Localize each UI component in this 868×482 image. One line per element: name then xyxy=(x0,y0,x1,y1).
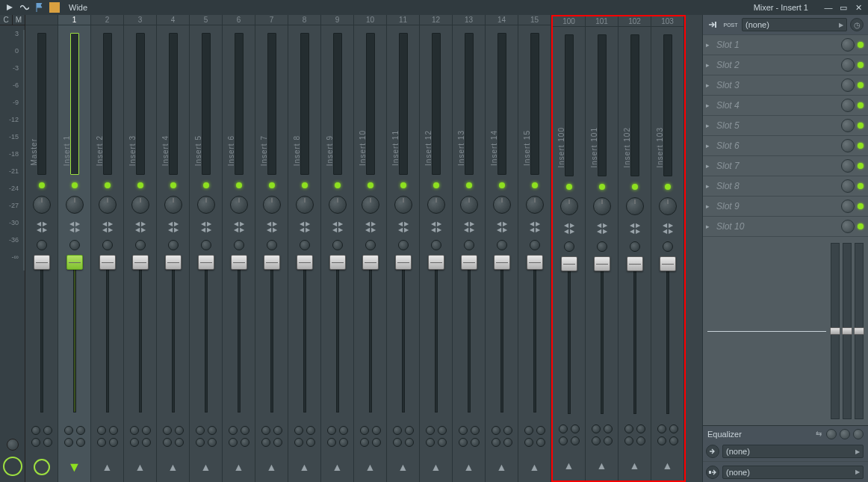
mixer-track[interactable]: 4Insert 4◀▶◀▶▲ xyxy=(157,15,190,482)
mixer-track[interactable]: 5Insert 5◀▶◀▶▲ xyxy=(190,15,223,482)
mute-led[interactable] xyxy=(236,182,242,188)
fx-enable-led[interactable] xyxy=(858,42,864,48)
fader-cap[interactable] xyxy=(428,255,444,270)
fx-enable[interactable] xyxy=(524,426,533,435)
fader-cap[interactable] xyxy=(561,256,577,271)
dock-right[interactable] xyxy=(438,438,447,447)
dock-right[interactable] xyxy=(273,438,282,447)
swap-channels[interactable] xyxy=(69,240,80,250)
mute-led[interactable] xyxy=(632,184,638,190)
record-arm[interactable] xyxy=(43,426,52,435)
pan-knob[interactable] xyxy=(329,196,347,214)
pan-knob[interactable] xyxy=(362,196,379,214)
dock-left[interactable] xyxy=(163,438,172,447)
input-clock-icon[interactable]: ◷ xyxy=(850,18,864,31)
record-arm[interactable] xyxy=(273,426,282,435)
wave-icon[interactable] xyxy=(19,2,30,13)
master-track-btn[interactable]: M xyxy=(13,15,25,25)
pan-knob[interactable] xyxy=(626,197,644,215)
fx-mix-knob[interactable] xyxy=(841,179,855,193)
mute-led[interactable] xyxy=(368,182,373,188)
send-indicator[interactable]: ▲ xyxy=(651,451,683,481)
dock-right[interactable] xyxy=(405,438,414,447)
dock-right[interactable] xyxy=(503,438,512,447)
fx-enable[interactable] xyxy=(31,426,40,435)
volume-fader[interactable] xyxy=(369,256,372,413)
record-arm[interactable] xyxy=(175,426,184,435)
mixer-track[interactable]: 8Insert 8◀▶◀▶▲ xyxy=(288,15,321,482)
fx-enable[interactable] xyxy=(360,426,369,435)
fader-cap[interactable] xyxy=(494,255,510,270)
fx-enable[interactable] xyxy=(426,426,435,435)
fader-cap[interactable] xyxy=(395,255,412,270)
volume-fader[interactable] xyxy=(633,257,636,414)
fx-enable-led[interactable] xyxy=(858,183,864,189)
swap-channels[interactable] xyxy=(630,241,640,252)
mixer-track[interactable]: Master◀▶◀▶ xyxy=(25,15,58,482)
volume-fader[interactable] xyxy=(303,256,306,413)
fx-enable[interactable] xyxy=(261,426,270,435)
pan-knob[interactable] xyxy=(593,197,611,215)
fx-mix-knob[interactable] xyxy=(841,200,855,213)
volume-fader[interactable] xyxy=(666,257,669,414)
dock-left[interactable] xyxy=(196,438,205,447)
swap-channels[interactable] xyxy=(201,240,211,250)
fx-enable-led[interactable] xyxy=(858,163,864,169)
flag-icon[interactable] xyxy=(34,2,45,13)
mixer-track[interactable]: 3Insert 3◀▶◀▶▲ xyxy=(124,15,157,482)
fader-cap[interactable] xyxy=(329,255,346,270)
maximize-button[interactable]: ▭ xyxy=(838,2,849,13)
mute-led[interactable] xyxy=(269,182,275,188)
send-indicator[interactable]: ▲ xyxy=(518,452,551,482)
volume-fader[interactable] xyxy=(205,256,208,413)
mute-led[interactable] xyxy=(566,184,572,190)
eq-band-high[interactable] xyxy=(855,243,864,419)
send-indicator[interactable]: ▲ xyxy=(91,452,123,482)
stereo-sep-control[interactable]: ◀▶◀▶ xyxy=(553,218,585,239)
dock-left[interactable] xyxy=(624,436,633,445)
eq-knob-2[interactable] xyxy=(840,429,850,439)
fx-enable-led[interactable] xyxy=(858,123,864,129)
swap-channels[interactable] xyxy=(663,241,673,252)
volume-fader[interactable] xyxy=(106,256,109,413)
output-icon-2[interactable] xyxy=(706,466,719,479)
mixer-track[interactable]: 13Insert 13◀▶◀▶▲ xyxy=(453,15,486,482)
dock-left[interactable] xyxy=(64,438,73,447)
swap-channels[interactable] xyxy=(497,240,507,250)
mute-led[interactable] xyxy=(400,182,406,188)
mute-led[interactable] xyxy=(499,182,505,188)
dock-right[interactable] xyxy=(669,436,678,445)
play-icon[interactable] xyxy=(4,2,15,13)
volume-fader[interactable] xyxy=(601,257,604,414)
swap-channels[interactable] xyxy=(168,240,179,250)
record-arm[interactable] xyxy=(306,426,315,435)
send-indicator[interactable]: ▲ xyxy=(586,451,618,481)
fader-cap[interactable] xyxy=(165,255,182,270)
stereo-sep-control[interactable]: ◀▶◀▶ xyxy=(58,217,90,238)
record-arm[interactable] xyxy=(208,426,217,435)
dock-left[interactable] xyxy=(492,438,500,447)
stereo-sep-control[interactable]: ◀▶◀▶ xyxy=(190,217,222,238)
dock-right[interactable] xyxy=(471,438,480,447)
mixer-track[interactable]: 100Insert 100◀▶◀▶▲ xyxy=(553,16,586,481)
fader-cap[interactable] xyxy=(660,256,676,271)
swap-channels[interactable] xyxy=(431,240,441,250)
stereo-sep-control[interactable]: ◀▶◀▶ xyxy=(518,217,551,238)
send-indicator[interactable]: ▲ xyxy=(619,451,651,481)
input-routing-select[interactable]: (none) ▶ xyxy=(742,18,847,31)
current-track-btn[interactable]: C xyxy=(0,15,13,25)
volume-fader[interactable] xyxy=(238,256,241,413)
fx-enable-led[interactable] xyxy=(858,82,864,88)
mixer-track[interactable]: 102Insert 102◀▶◀▶▲ xyxy=(619,16,651,481)
volume-fader[interactable] xyxy=(40,256,43,413)
fader-cap[interactable] xyxy=(231,255,247,270)
stereo-sep-control[interactable]: ◀▶◀▶ xyxy=(255,217,288,238)
send-indicator[interactable]: ▲ xyxy=(288,452,320,482)
dock-right[interactable] xyxy=(339,438,348,447)
dock-left[interactable] xyxy=(524,438,533,447)
fx-slot[interactable]: ▸Slot 2 xyxy=(703,55,868,75)
pan-knob[interactable] xyxy=(560,197,578,215)
fader-cap[interactable] xyxy=(461,255,477,270)
mute-led[interactable] xyxy=(433,182,439,188)
record-arm[interactable] xyxy=(372,426,381,435)
